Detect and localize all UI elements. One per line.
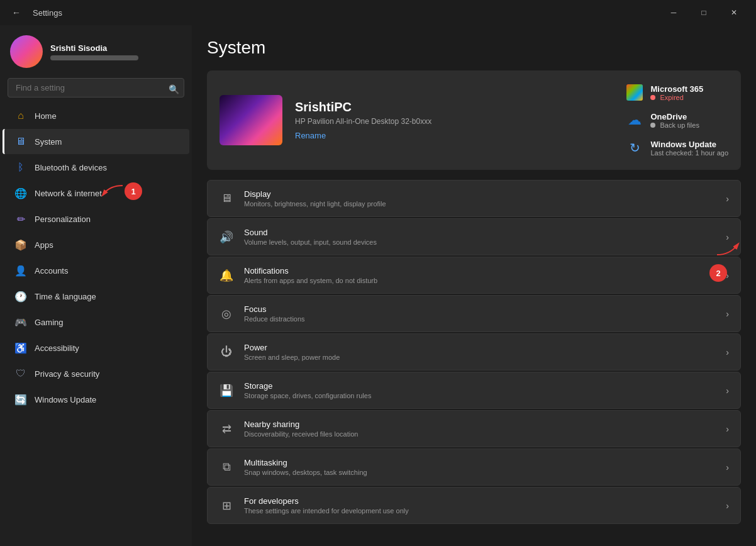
sidebar-item-accounts[interactable]: 👤 Accounts	[3, 258, 189, 283]
settings-desc-nearby: Discoverability, received files location	[244, 430, 716, 438]
maximize-button[interactable]: □	[689, 0, 718, 25]
quick-cards: Microsoft 365 Expired ☁ OneDrive	[625, 81, 728, 160]
nav-icon-system: 🖥	[14, 135, 27, 148]
chevron-icon-sound: ›	[726, 232, 729, 242]
settings-item-notifications[interactable]: 🔔 Notifications Alerts from apps and sys…	[207, 257, 741, 294]
sidebar-item-apps[interactable]: 📦 Apps	[3, 232, 189, 257]
nav-icon-bluetooth: ᛒ	[14, 161, 27, 174]
nav-icon-privacy: 🛡	[14, 367, 27, 380]
winupdate-icon: ↻	[625, 138, 644, 157]
close-button[interactable]: ✕	[720, 0, 748, 25]
nav-label-gaming: Gaming	[35, 318, 182, 327]
settings-item-nearby[interactable]: ⇄ Nearby sharing Discoverability, receiv…	[207, 410, 741, 447]
search-input[interactable]	[8, 78, 184, 98]
settings-title-developers: For developers	[244, 496, 716, 506]
quick-card-onedrive[interactable]: ☁ OneDrive Back up files	[625, 108, 728, 132]
sidebar-item-system[interactable]: 🖥 System	[3, 129, 189, 154]
sidebar-item-home[interactable]: ⌂ Home	[3, 103, 189, 128]
winupdate-info: Windows Update Last checked: 1 hour ago	[650, 140, 728, 157]
nav-label-system: System	[35, 137, 182, 147]
settings-text-nearby: Nearby sharing Discoverability, received…	[244, 420, 716, 438]
titlebar-left: ← Settings	[8, 4, 62, 21]
nav-menu: ⌂ Home 🖥 System ᛒ Bluetooth & devices 🌐 …	[0, 103, 192, 413]
ms365-info: Microsoft 365 Expired	[650, 84, 703, 101]
settings-item-focus[interactable]: ◎ Focus Reduce distractions ›	[207, 295, 741, 332]
settings-item-power[interactable]: ⏻ Power Screen and sleep, power mode ›	[207, 333, 741, 370]
onedrive-dot	[650, 123, 655, 128]
sidebar-item-privacy[interactable]: 🛡 Privacy & security	[3, 361, 189, 386]
quick-card-winupdate[interactable]: ↻ Windows Update Last checked: 1 hour ag…	[625, 136, 728, 160]
settings-text-multitasking: Multitasking Snap windows, desktops, tas…	[244, 458, 716, 476]
minimize-button[interactable]: ─	[659, 0, 688, 25]
settings-desc-storage: Storage space, drives, configuration rul…	[244, 392, 716, 399]
settings-text-sound: Sound Volume levels, output, input, soun…	[244, 228, 716, 246]
pc-info: SrishtiPC HP Pavilion All-in-One Desktop…	[295, 100, 613, 141]
content-wrapper: System SrishtiPC HP Pavilion All-in-One …	[192, 25, 756, 546]
settings-item-display[interactable]: 🖥 Display Monitors, brightness, night li…	[207, 180, 741, 217]
settings-text-notifications: Notifications Alerts from apps and syste…	[244, 266, 716, 284]
onedrive-icon: ☁	[625, 111, 644, 130]
nav-label-time: Time & language	[35, 292, 182, 301]
settings-title-multitasking: Multitasking	[244, 458, 716, 467]
settings-icon-display: 🖥	[219, 191, 234, 206]
settings-icon-storage: 💾	[219, 383, 234, 398]
ms365-dot	[650, 95, 655, 100]
settings-icon-nearby: ⇄	[219, 421, 234, 437]
nav-label-bluetooth: Bluetooth & devices	[35, 163, 182, 172]
nav-icon-apps: 📦	[14, 238, 27, 251]
chevron-icon-storage: ›	[726, 386, 729, 396]
settings-icon-sound: 🔊	[219, 230, 234, 245]
main-layout: Srishti Sisodia 🔍 ⌂ Home 🖥 System ᛒ Blue…	[0, 25, 756, 546]
nav-icon-gaming: 🎮	[14, 316, 27, 328]
nav-icon-update: 🔄	[14, 393, 27, 406]
sidebar-item-network[interactable]: 🌐 Network & internet	[3, 181, 189, 206]
nav-label-accounts: Accounts	[35, 266, 182, 276]
settings-icon-multitasking: ⧉	[219, 460, 234, 475]
chevron-icon-display: ›	[726, 194, 729, 204]
settings-item-sound[interactable]: 🔊 Sound Volume levels, output, input, so…	[207, 218, 741, 255]
user-subtitle-bar	[50, 55, 138, 60]
settings-title-nearby: Nearby sharing	[244, 420, 716, 429]
sidebar-item-time[interactable]: 🕐 Time & language	[3, 284, 189, 309]
rename-link[interactable]: Rename	[295, 131, 326, 140]
chevron-icon-nearby: ›	[726, 424, 729, 434]
settings-text-storage: Storage Storage space, drives, configura…	[244, 381, 716, 399]
sidebar-item-accessibility[interactable]: ♿ Accessibility	[3, 335, 189, 360]
onedrive-title: OneDrive	[650, 112, 699, 121]
settings-title-focus: Focus	[244, 304, 716, 314]
sidebar-item-gaming[interactable]: 🎮 Gaming	[3, 309, 189, 335]
user-profile[interactable]: Srishti Sisodia	[0, 25, 192, 75]
quick-card-ms365[interactable]: Microsoft 365 Expired	[625, 81, 728, 104]
ms365-title: Microsoft 365	[650, 84, 703, 94]
pc-model: HP Pavilion All-in-One Desktop 32-b0xxx	[295, 117, 613, 126]
nav-icon-time: 🕐	[14, 290, 27, 303]
settings-icon-focus: ◎	[219, 306, 234, 321]
onedrive-info: OneDrive Back up files	[650, 112, 699, 129]
settings-desc-power: Screen and sleep, power mode	[244, 354, 716, 361]
sidebar-item-personalization[interactable]: ✏ Personalization	[3, 206, 189, 231]
avatar	[10, 35, 43, 68]
chevron-icon-multitasking: ›	[726, 462, 729, 472]
settings-item-developers[interactable]: ⊞ For developers These settings are inte…	[207, 487, 741, 524]
settings-desc-developers: These settings are intended for developm…	[244, 507, 716, 515]
settings-text-power: Power Screen and sleep, power mode	[244, 343, 716, 361]
back-button[interactable]: ←	[8, 4, 25, 21]
nav-icon-accessibility: ♿	[14, 342, 27, 354]
search-icon[interactable]: 🔍	[169, 84, 179, 94]
ms365-icon	[625, 83, 644, 102]
sidebar-item-update[interactable]: 🔄 Windows Update	[3, 387, 189, 412]
settings-text-developers: For developers These settings are intend…	[244, 496, 716, 515]
settings-item-multitasking[interactable]: ⧉ Multitasking Snap windows, desktops, t…	[207, 448, 741, 486]
sidebar-item-bluetooth[interactable]: ᛒ Bluetooth & devices	[3, 155, 189, 180]
settings-list: 🖥 Display Monitors, brightness, night li…	[207, 180, 741, 524]
settings-title-display: Display	[244, 189, 716, 199]
settings-desc-focus: Reduce distractions	[244, 315, 716, 323]
winupdate-status: Last checked: 1 hour ago	[650, 149, 728, 157]
nav-label-apps: Apps	[35, 240, 182, 250]
pc-thumbnail	[220, 95, 282, 145]
settings-item-storage[interactable]: 💾 Storage Storage space, drives, configu…	[207, 372, 741, 409]
settings-icon-power: ⏻	[219, 345, 234, 360]
onedrive-status: Back up files	[650, 121, 699, 129]
settings-title-sound: Sound	[244, 228, 716, 237]
nav-icon-personalization: ✏	[14, 213, 27, 225]
